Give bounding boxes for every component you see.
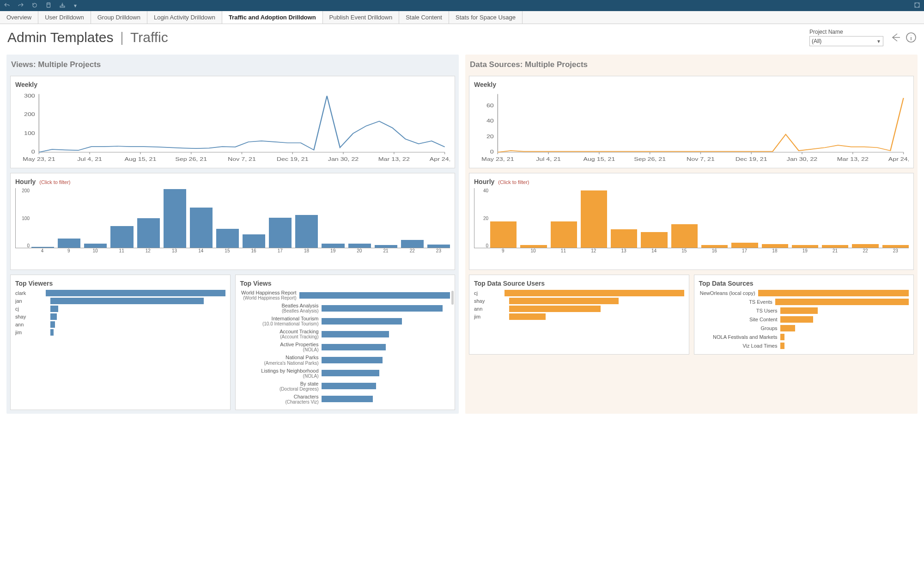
svg-text:Nov 7, 21: Nov 7, 21 <box>687 157 715 162</box>
bar-14[interactable] <box>190 208 213 248</box>
bar-17[interactable] <box>269 218 292 248</box>
hbar-row[interactable]: Beatles Analysis(Beatles Analysis) <box>240 303 450 313</box>
hbar-row[interactable]: TS Users <box>699 307 909 314</box>
top-viewers-chart[interactable]: clark jan cj shay ann jim <box>15 290 225 336</box>
svg-text:200: 200 <box>24 112 35 117</box>
hbar-row[interactable]: cj <box>474 290 684 296</box>
hbar-row[interactable]: cj <box>15 306 225 312</box>
hbar-row[interactable]: clark <box>15 290 225 296</box>
bar-12[interactable] <box>137 218 160 248</box>
hbar-row[interactable]: World Happiness Report(World Happiness R… <box>240 290 450 300</box>
hbar-row[interactable]: jan <box>15 298 225 304</box>
top-ds-users-chart[interactable]: cj shay ann jim <box>474 290 684 320</box>
bar-13[interactable] <box>164 189 186 248</box>
hbar-row[interactable]: Account Tracking(Account Tracking) <box>240 329 450 339</box>
tab-login-activity-drilldown[interactable]: Login Activity Drilldown <box>147 11 222 24</box>
hbar-row[interactable]: Listings by Neighborhood(NOLA) <box>240 368 450 379</box>
scrollbar-thumb[interactable] <box>451 291 454 305</box>
info-icon[interactable] <box>906 32 917 43</box>
hbar-row[interactable]: By state(Doctoral Degrees) <box>240 381 450 392</box>
top-viewers-card[interactable]: Top Viewers clark jan cj shay ann jim <box>10 275 231 410</box>
bar-23[interactable] <box>882 245 909 248</box>
views-hourly-card[interactable]: Hourly (Click to filter) 2001000 <box>10 173 455 270</box>
svg-text:Dec 19, 21: Dec 19, 21 <box>736 157 767 162</box>
bar-9[interactable] <box>58 239 80 248</box>
bar-14[interactable] <box>641 232 667 248</box>
save-icon[interactable] <box>45 2 52 10</box>
back-arrow-icon[interactable] <box>890 32 901 43</box>
bar-18[interactable] <box>762 244 788 248</box>
bar-22[interactable] <box>852 244 878 248</box>
tab-user-drilldown[interactable]: User Drilldown <box>38 11 91 24</box>
tab-stale-content[interactable]: Stale Content <box>399 11 449 24</box>
hbar-row[interactable]: Site Content <box>699 316 909 323</box>
bar-17[interactable] <box>731 243 758 248</box>
project-name-filter: Project Name (All) ▼ <box>809 29 883 46</box>
svg-text:40: 40 <box>486 118 494 124</box>
bar-9[interactable] <box>490 221 517 248</box>
hbar-row[interactable]: National Parks(America's National Parks) <box>240 355 450 365</box>
views-weekly-chart[interactable]: 0100200300May 23, 21Jul 4, 21Aug 15, 21S… <box>15 91 450 165</box>
views-column: Views: Multiple Projects Weekly 01002003… <box>6 55 459 414</box>
bar-21[interactable] <box>375 245 397 248</box>
bar-15[interactable] <box>671 224 698 248</box>
bar-4[interactable] <box>31 247 54 248</box>
ds-hourly-card[interactable]: Hourly (Click to filter) 40200 <box>469 173 914 270</box>
bar-18[interactable] <box>295 215 318 248</box>
bar-10[interactable] <box>84 244 107 248</box>
bar-12[interactable] <box>581 190 607 248</box>
hbar-row[interactable]: Characters(Characters Viz) <box>240 394 450 404</box>
bar-10[interactable] <box>520 245 547 248</box>
hbar-row[interactable]: NOLA Festivals and Markets <box>699 334 909 340</box>
bar-11[interactable] <box>110 226 133 248</box>
hbar-row[interactable]: shay <box>15 313 225 320</box>
bar-20[interactable] <box>348 244 371 248</box>
ds-weekly-card[interactable]: Weekly 0204060May 23, 21Jul 4, 21Aug 15,… <box>469 76 914 168</box>
bar-11[interactable] <box>551 221 577 248</box>
tab-group-drilldown[interactable]: Group Drilldown <box>91 11 147 24</box>
hbar-row[interactable]: jim <box>15 329 225 336</box>
bar-19[interactable] <box>322 244 344 248</box>
hbar-row[interactable]: jim <box>474 313 684 320</box>
svg-rect-2 <box>60 6 65 7</box>
undo-icon[interactable] <box>4 2 10 10</box>
tab-traffic-and-adoption-drilldown[interactable]: Traffic and Adoption Drilldown <box>222 11 323 24</box>
hbar-row[interactable]: ann <box>15 321 225 328</box>
top-views-chart[interactable]: World Happiness Report(World Happiness R… <box>240 290 450 404</box>
hbar-row[interactable]: shay <box>474 298 684 304</box>
top-ds-card[interactable]: Top Data Sources NewOrleans (local copy)… <box>694 275 914 355</box>
hbar-row[interactable]: International Tourism(10.0 International… <box>240 316 450 326</box>
redo-icon[interactable] <box>18 2 24 10</box>
filter-select[interactable]: (All) ▼ <box>809 36 883 46</box>
hbar-row[interactable]: ann <box>474 306 684 312</box>
views-hourly-chart[interactable]: 2001000 4 <box>15 188 450 267</box>
tab-publish-event-drilldown[interactable]: Publish Event Drilldown <box>323 11 400 24</box>
hbar-row[interactable]: TS Events <box>699 299 909 305</box>
bar-22[interactable] <box>401 240 424 248</box>
revert-icon[interactable] <box>31 2 38 10</box>
fullscreen-icon[interactable] <box>914 2 920 10</box>
tab-overview[interactable]: Overview <box>0 11 38 24</box>
bar-15[interactable] <box>216 229 239 248</box>
bar-16[interactable] <box>701 245 728 248</box>
download-icon[interactable] <box>59 2 66 10</box>
ds-weekly-chart[interactable]: 0204060May 23, 21Jul 4, 21Aug 15, 21Sep … <box>474 91 909 165</box>
caret-icon[interactable]: ▼ <box>73 3 78 8</box>
svg-text:Aug 15, 21: Aug 15, 21 <box>583 157 615 162</box>
top-ds-chart[interactable]: NewOrleans (local copy) TS Events TS Use… <box>699 290 909 349</box>
ds-hourly-chart[interactable]: 40200 910111213141516171819212223 <box>474 188 909 267</box>
top-views-card[interactable]: Top Views World Happiness Report(World H… <box>235 275 456 410</box>
hbar-row[interactable]: Active Properties(NOLA) <box>240 342 450 352</box>
top-ds-users-card[interactable]: Top Data Source Users cj shay ann jim <box>469 275 689 355</box>
bar-19[interactable] <box>792 245 818 248</box>
tab-stats-for-space-usage[interactable]: Stats for Space Usage <box>449 11 523 24</box>
views-weekly-card[interactable]: Weekly 0100200300May 23, 21Jul 4, 21Aug … <box>10 76 455 168</box>
bar-21[interactable] <box>822 245 848 248</box>
bar-23[interactable] <box>427 245 450 248</box>
bar-13[interactable] <box>611 229 637 248</box>
hbar-row[interactable]: Groups <box>699 325 909 331</box>
page-name: Traffic <box>130 30 168 45</box>
bar-16[interactable] <box>243 234 265 248</box>
hbar-row[interactable]: Viz Load Times <box>699 343 909 349</box>
hbar-row[interactable]: NewOrleans (local copy) <box>699 290 909 296</box>
